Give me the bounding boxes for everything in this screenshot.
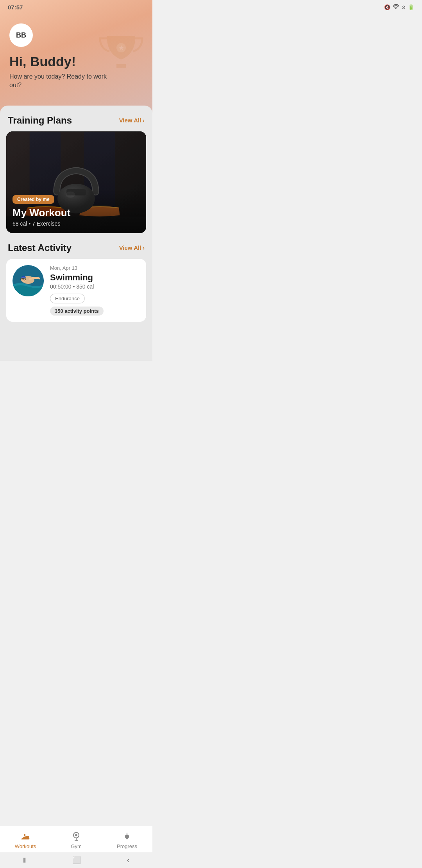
latest-activity-view-all[interactable]: View All › bbox=[119, 244, 145, 251]
header-section: BB Hi, Buddy! How are you today? Ready t… bbox=[0, 0, 152, 113]
tag-endurance: Endurance bbox=[50, 294, 85, 303]
activity-stats: 00:50:00 • 350 cal bbox=[50, 283, 140, 290]
training-plans-view-all[interactable]: View All › bbox=[119, 117, 145, 124]
status-bar: 07:57 🔇 ⊘ 🔋 bbox=[0, 0, 152, 13]
latest-activity-title: Latest Activity bbox=[8, 242, 72, 253]
chevron-right-icon: › bbox=[143, 117, 145, 124]
tag-points: 350 activity points bbox=[50, 307, 104, 316]
chevron-right-icon-2: › bbox=[143, 245, 145, 251]
main-content: Training Plans View All › bbox=[0, 106, 152, 361]
greeting-subtitle: How are you today? Ready to work out? bbox=[9, 72, 111, 90]
workout-meta: 68 cal • 7 Exercises bbox=[13, 221, 140, 227]
trophy-icon: ★ bbox=[98, 31, 145, 80]
activity-date: Mon, Apr 13 bbox=[50, 265, 140, 271]
svg-text:★: ★ bbox=[118, 44, 124, 52]
activity-tags: Endurance 350 activity points bbox=[50, 294, 140, 316]
training-plans-title: Training Plans bbox=[8, 115, 72, 126]
training-card-overlay: Created by me My Workout 68 cal • 7 Exer… bbox=[6, 189, 146, 233]
status-time: 07:57 bbox=[8, 4, 23, 11]
latest-activity-header: Latest Activity View All › bbox=[0, 233, 152, 259]
activity-card[interactable]: Mon, Apr 13 Swimming 00:50:00 • 350 cal … bbox=[6, 259, 146, 322]
workout-title: My Workout bbox=[13, 207, 140, 219]
activity-info: Mon, Apr 13 Swimming 00:50:00 • 350 cal … bbox=[50, 265, 140, 316]
training-plans-header: Training Plans View All › bbox=[0, 106, 152, 131]
created-badge: Created by me bbox=[13, 195, 54, 204]
activity-image bbox=[13, 265, 44, 296]
avatar: BB bbox=[9, 23, 33, 47]
activity-name: Swimming bbox=[50, 273, 140, 283]
training-plan-card[interactable]: Created by me My Workout 68 cal • 7 Exer… bbox=[6, 131, 146, 233]
